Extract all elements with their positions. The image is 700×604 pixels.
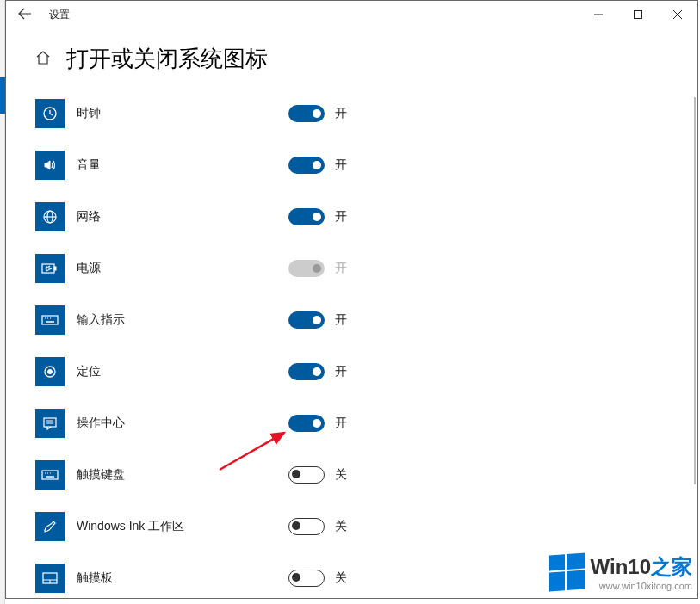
titlebar: 设置 xyxy=(6,1,697,28)
settings-window: 设置 打开或关闭系统图标 时钟开音量开网络开电源开输入指示开定位开操作中心开触摸… xyxy=(5,0,698,599)
toggle-state-label: 开 xyxy=(335,364,347,379)
svg-point-17 xyxy=(48,370,53,374)
setting-row-location: 定位开 xyxy=(35,346,697,398)
toggle-state-label: 开 xyxy=(335,261,347,276)
window-controls xyxy=(579,1,697,28)
ink-icon xyxy=(35,512,65,541)
clock-icon xyxy=(35,99,65,128)
setting-row-clock: 时钟开 xyxy=(35,88,697,139)
toggle-state-label: 关 xyxy=(335,570,347,586)
toggle-clock[interactable] xyxy=(288,105,325,122)
setting-row-touch-keyboard: 触摸键盘关 xyxy=(35,449,697,501)
svg-rect-10 xyxy=(42,316,58,324)
network-icon xyxy=(35,202,65,231)
scrollbar[interactable] xyxy=(694,97,696,484)
toggle-state-label: 开 xyxy=(335,209,347,225)
svg-rect-21 xyxy=(42,471,58,479)
setting-row-network: 网络开 xyxy=(35,191,697,243)
toggle-ink[interactable] xyxy=(288,518,325,535)
setting-label: 操作中心 xyxy=(77,416,288,431)
toggle-volume[interactable] xyxy=(288,157,325,174)
toggle-input[interactable] xyxy=(288,311,325,329)
toggle-power xyxy=(288,260,325,277)
toggle-touchpad[interactable] xyxy=(288,570,325,587)
input-icon xyxy=(35,305,65,335)
setting-label: 输入指示 xyxy=(77,312,288,328)
location-icon xyxy=(35,357,65,386)
page-header: 打开或关闭系统图标 xyxy=(6,28,697,88)
toggle-network[interactable] xyxy=(288,208,325,225)
home-icon[interactable] xyxy=(35,50,51,69)
setting-row-volume: 音量开 xyxy=(35,139,697,191)
setting-label: 音量 xyxy=(77,157,288,173)
power-icon xyxy=(35,254,65,283)
toggle-state-label: 关 xyxy=(335,467,347,483)
svg-rect-9 xyxy=(54,267,56,270)
setting-label: 时钟 xyxy=(77,106,288,121)
setting-label: 电源 xyxy=(77,261,288,276)
toggle-state-label: 开 xyxy=(335,157,347,173)
setting-label: 触摸键盘 xyxy=(77,467,288,483)
page-title: 打开或关闭系统图标 xyxy=(66,44,268,74)
close-button[interactable] xyxy=(658,1,697,28)
setting-row-power: 电源开 xyxy=(35,243,697,294)
toggle-state-label: 开 xyxy=(335,106,347,121)
setting-row-ink: Windows Ink 工作区关 xyxy=(35,501,697,552)
setting-row-input: 输入指示开 xyxy=(35,294,697,346)
minimize-button[interactable] xyxy=(579,1,618,28)
setting-row-touchpad: 触摸板关 xyxy=(35,552,697,604)
setting-label: 网络 xyxy=(77,209,288,225)
maximize-button[interactable] xyxy=(618,1,658,28)
svg-rect-18 xyxy=(44,418,56,427)
touch-keyboard-icon xyxy=(35,460,65,490)
toggle-touch-keyboard[interactable] xyxy=(288,466,325,484)
toggle-location[interactable] xyxy=(288,363,325,380)
setting-label: Windows Ink 工作区 xyxy=(77,519,288,534)
toggle-state-label: 关 xyxy=(335,519,347,534)
toggle-action-center[interactable] xyxy=(288,415,325,432)
volume-icon xyxy=(35,151,65,180)
back-button[interactable] xyxy=(18,8,32,22)
setting-label: 定位 xyxy=(77,364,288,379)
action-center-icon xyxy=(35,409,65,438)
setting-row-action-center: 操作中心开 xyxy=(35,398,697,449)
settings-list: 时钟开音量开网络开电源开输入指示开定位开操作中心开触摸键盘关Windows In… xyxy=(6,88,697,604)
setting-label: 触摸板 xyxy=(77,570,288,586)
touchpad-icon xyxy=(35,564,65,593)
toggle-state-label: 开 xyxy=(335,416,347,431)
window-title: 设置 xyxy=(49,8,70,22)
svg-rect-1 xyxy=(635,11,642,19)
toggle-state-label: 开 xyxy=(335,312,347,328)
